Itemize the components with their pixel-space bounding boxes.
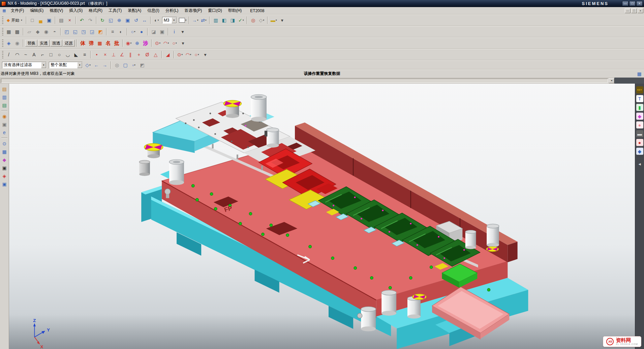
selection-filter-select[interactable]: 没有选择过滤器▾ — [2, 62, 47, 68]
view-front-icon[interactable]: ◱ — [71, 28, 79, 36]
reuse-library-icon[interactable]: ◉ — [1, 113, 8, 120]
snapshot-icon[interactable]: ▣ — [158, 28, 166, 36]
history-icon[interactable]: ⊙ — [1, 140, 8, 147]
text-icon[interactable]: A — [30, 51, 38, 59]
hole-icon[interactable]: ◉ — [42, 28, 50, 36]
menu-view[interactable]: 视图(V) — [47, 7, 66, 14]
view-top-icon[interactable]: ◰ — [63, 28, 71, 36]
scene-icon[interactable]: ▣ — [1, 164, 8, 171]
handles-icon[interactable]: ▣ — [1, 180, 8, 187]
save-icon[interactable]: ▣ — [45, 16, 53, 24]
angle-icon[interactable]: ∠ — [118, 51, 126, 59]
restore-button[interactable]: 还原 — [63, 40, 75, 47]
edit-section-icon[interactable]: ◪ — [150, 28, 158, 36]
horizontal-scrollbar[interactable]: ◂ — [0, 78, 644, 84]
menu-format[interactable]: 格式(R) — [86, 7, 105, 14]
immediate-hide-icon[interactable]: ● — [137, 28, 146, 36]
layer-settings-icon[interactable]: ≡ — [109, 28, 117, 36]
object-color-swatch[interactable]: ▾ — [178, 17, 187, 24]
solid-translucent-button[interactable]: 实透 — [38, 40, 50, 47]
menu-window[interactable]: 窗口(O) — [205, 7, 225, 14]
view-preset-select[interactable]: M3▾ — [162, 17, 177, 24]
marquee-select-icon[interactable]: ▫▾ — [130, 61, 138, 69]
window-layout-icon[interactable]: ▦ — [5, 28, 13, 36]
menu-analysis[interactable]: 分析(L) — [162, 7, 182, 14]
clearance-check-icon[interactable]: ◇▾ — [257, 16, 266, 24]
show-hide-icon[interactable]: ○▾ — [129, 28, 137, 36]
quick-trim-icon[interactable]: ◢ — [164, 51, 172, 59]
menu-preferences[interactable]: 首选项(P) — [181, 7, 205, 14]
move-object-icon[interactable]: →▾ — [191, 16, 199, 24]
view-back-icon[interactable]: ◲ — [88, 28, 96, 36]
tool-target-icon[interactable]: ⊕ — [133, 39, 141, 47]
name-button[interactable]: 名 — [104, 39, 112, 47]
web-browser-icon[interactable]: e — [1, 129, 8, 136]
conic-icon[interactable]: ○▾ — [193, 51, 201, 59]
print-icon[interactable]: ▤ — [57, 16, 65, 24]
touch-mode-icon[interactable]: ◈ — [1, 172, 8, 179]
collapse-arrow-icon[interactable]: ◂ — [636, 160, 643, 167]
assemblies-icon[interactable]: ▥ — [212, 16, 220, 24]
body-button[interactable]: 体 — [79, 39, 87, 47]
measure-icon[interactable]: ▬▾ — [270, 16, 278, 24]
blue-part-icon[interactable]: ◆ — [636, 148, 643, 155]
batch-button[interactable]: 批 — [113, 39, 121, 47]
reference-set-icon[interactable]: ◉ — [13, 39, 21, 47]
fit-view-icon[interactable]: ◱ — [107, 16, 115, 24]
triangle-icon[interactable]: △ — [152, 51, 160, 59]
arc-tool-icon[interactable]: ◠▾ — [162, 39, 170, 47]
chamfer-icon[interactable]: ◣ — [72, 51, 80, 59]
perpendicular-icon[interactable]: ⊥ — [110, 51, 118, 59]
spring-button[interactable]: 弹 — [87, 39, 95, 47]
circle-center-icon[interactable]: ⊙▾ — [176, 51, 184, 59]
toolbar-options-icon-3[interactable]: ▾ — [179, 39, 187, 47]
arc-icon[interactable]: ◠ — [13, 51, 21, 59]
plus-icon[interactable]: + — [135, 51, 143, 59]
undo-icon[interactable]: ↶ — [78, 16, 86, 24]
view-right-icon[interactable]: ◳ — [80, 28, 88, 36]
menu-file[interactable]: 文件(F) — [8, 7, 27, 14]
previous-selection-icon[interactable]: ← — [92, 61, 100, 69]
highlight-icon[interactable]: ◎ — [113, 61, 121, 69]
menu-insert[interactable]: 插入(S) — [66, 7, 86, 14]
palette-icon[interactable]: ◆ — [636, 113, 643, 120]
profile-icon[interactable]: ⌐ — [38, 51, 47, 59]
extrude-icon[interactable]: ◆ — [34, 28, 42, 36]
toolbar-options-icon-2[interactable]: ▾ — [179, 28, 187, 36]
part-navigator-icon[interactable]: ▤ — [1, 101, 8, 109]
spline-icon[interactable]: ~ — [22, 51, 30, 59]
start-button[interactable]: ◆开始▾ — [5, 16, 24, 24]
child-minimize-button[interactable]: — — [625, 8, 631, 13]
rectangle-icon[interactable]: □ — [47, 51, 55, 59]
information-icon[interactable]: i — [170, 28, 178, 36]
arc-3pt-icon[interactable]: ◠▾ — [184, 51, 192, 59]
menu-edit[interactable]: 编辑(E) — [27, 7, 47, 14]
scroll-left-icon[interactable]: ◂ — [609, 78, 614, 83]
move-component-icon[interactable]: ◨ — [228, 16, 237, 24]
menu-information[interactable]: 信息(I) — [144, 7, 162, 14]
window-restore-button[interactable]: □ — [629, 1, 636, 6]
window-close-button[interactable]: × — [636, 1, 643, 6]
scrollbar-track[interactable] — [1, 79, 608, 83]
parallel-icon[interactable]: ∥ — [126, 51, 134, 59]
replace-button[interactable]: 替换 — [25, 40, 37, 47]
green-clip-icon[interactable]: ▮ — [636, 104, 643, 111]
menu-extra[interactable]: ET2008 — [250, 8, 264, 13]
system-materials-icon[interactable]: ▦ — [1, 148, 8, 155]
add-component-icon[interactable]: ◧ — [220, 16, 228, 24]
text-note-icon[interactable]: T — [636, 95, 643, 102]
transform-icon[interactable]: ⇄▾ — [200, 16, 208, 24]
cut-icon[interactable]: × — [66, 16, 74, 24]
zoom-window-icon[interactable]: ▣ — [124, 16, 132, 24]
white-plate-icon[interactable]: ▬ — [636, 130, 643, 137]
zoom-in-icon[interactable]: ⊕ — [115, 16, 123, 24]
constraint-navigator-icon[interactable]: ▥ — [1, 93, 8, 100]
fillet-icon[interactable]: ◡ — [64, 51, 72, 59]
diameter-icon[interactable]: Ø — [143, 51, 151, 59]
intersection-point-icon[interactable]: × — [101, 51, 109, 59]
menu-assemblies[interactable]: 装配(A) — [125, 7, 144, 14]
cascade-icon[interactable]: ▩ — [13, 28, 21, 36]
circle-tool-icon[interactable]: ⊙▾ — [154, 39, 162, 47]
toolbar-options-icon[interactable]: ▾ — [278, 16, 286, 24]
window-minimize-button[interactable]: — — [622, 1, 628, 6]
